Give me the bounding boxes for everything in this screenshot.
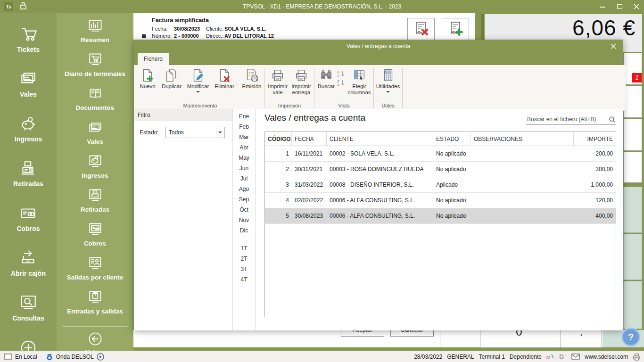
sidebar-item-vales[interactable]: Vales	[0, 66, 57, 110]
month-filter-item[interactable]: Feb	[233, 122, 255, 132]
table-row[interactable]: 2 30/11/2021 00003 - ROSA DOMINGUEZ RUED…	[265, 162, 616, 177]
cell-fecha: 31/03/2022	[292, 177, 327, 192]
sidebar-item-cobros[interactable]: Cobros	[0, 200, 57, 245]
subitem-resumen[interactable]: Resumen	[57, 16, 133, 50]
website-link[interactable]: www.sdelsol.com	[585, 354, 628, 360]
ribbon-separator	[314, 68, 314, 108]
modificar-button[interactable]: Modificar	[185, 66, 211, 94]
product-tile[interactable]	[623, 119, 642, 151]
imprimir-entrega-button[interactable]: Imprimir entrega	[289, 66, 313, 97]
sidebar-secondary: Resumen Diario de terminales Documentos …	[57, 13, 133, 351]
subitem-retiradas[interactable]: Retiradas	[57, 186, 133, 220]
month-filter-item[interactable]: Abr	[233, 142, 255, 153]
estado-dropdown[interactable]: Todos	[165, 127, 225, 138]
sidebar-divider	[62, 326, 128, 327]
subitem-documentos[interactable]: Documentos	[57, 84, 133, 118]
subitem-entradas-salidas[interactable]: Entradas y salidas	[57, 288, 133, 321]
keypad-tile[interactable]	[623, 187, 642, 233]
product-tile[interactable]	[623, 152, 642, 183]
d-logo-icon[interactable]: D	[559, 353, 567, 360]
help-button[interactable]: ?	[621, 328, 640, 346]
sort-za-icon[interactable]: ZA	[337, 79, 345, 86]
fax-icon[interactable]	[633, 353, 640, 361]
quarter-filter-item[interactable]: 3T	[233, 264, 255, 274]
dialog-close-icon[interactable]	[609, 41, 617, 50]
col-header-fecha[interactable]: FECHA	[292, 132, 327, 146]
table-row[interactable]: 3 31/03/2022 00008 - DISEÑO INTERIOR, S.…	[265, 177, 616, 193]
statusbar: En Local Onda DELSOL 28/03/2022 GENERAL …	[0, 351, 644, 362]
quarter-filter-item[interactable]: 1T	[233, 243, 255, 254]
imprimir-vale-button[interactable]: Imprimir vale	[266, 66, 289, 97]
file-search	[526, 115, 616, 125]
subitem-cobros[interactable]: Cobros	[57, 220, 133, 254]
cell-observaciones	[471, 162, 574, 177]
cell-importe: 200,00	[574, 146, 616, 161]
cell-importe: 120,00	[574, 193, 616, 208]
subitem-ingresos[interactable]: Ingresos	[57, 152, 133, 186]
onda-delsol-label[interactable]: Onda DELSOL	[56, 354, 94, 360]
col-header-estado[interactable]: ESTADO	[433, 132, 471, 146]
search-input[interactable]	[526, 115, 609, 123]
sidebar-item-consultas[interactable]: Consultas	[0, 289, 57, 334]
subitem-diario-terminales[interactable]: Diario de terminales	[57, 50, 133, 84]
alpha-logo-icon[interactable]: α	[546, 353, 554, 361]
cell-observaciones	[471, 208, 574, 223]
utilidades-button[interactable]: Utilidades	[375, 66, 401, 94]
delete-ticket-button[interactable]	[407, 18, 435, 41]
month-filter-item[interactable]: Jun	[233, 163, 255, 173]
keypad-tile[interactable]	[623, 234, 642, 280]
status-square-icon	[142, 34, 146, 38]
receipt-add-icon	[447, 20, 463, 39]
quarter-filter-item[interactable]: 4T	[233, 274, 255, 285]
table-body: 1 16/11/2021 00002 - SOLA VELA, S.L. No …	[265, 146, 616, 224]
sidebar-item-retiradas[interactable]: Retiradas	[0, 155, 57, 200]
card-monitor-icon	[87, 222, 104, 239]
keypad-tile[interactable]	[623, 281, 642, 329]
subitem-vales[interactable]: Vales	[57, 118, 133, 152]
voucher-icon	[87, 120, 104, 137]
titlebar: Ts TPVSOL - XD1 - EMPRESA DE DEMOSTRACIÓ…	[0, 0, 644, 13]
elegir-columnas-button[interactable]: Elegir columnas	[346, 66, 372, 97]
nuevo-button[interactable]: Nuevo	[137, 66, 158, 91]
month-filter-item[interactable]: Jul	[233, 173, 255, 184]
table-row[interactable]: 1 16/11/2021 00002 - SOLA VELA, S.L. No …	[265, 146, 616, 162]
col-header-observaciones[interactable]: OBSERVACIONES	[471, 132, 574, 146]
col-header-cliente[interactable]: CLIENTE	[327, 132, 433, 146]
tab-fichero[interactable]: Fichero	[138, 53, 169, 65]
sidebar-item-ingresos[interactable]: Ingresos	[0, 110, 57, 155]
month-filter-item[interactable]: Sep	[233, 194, 255, 205]
status-user: Dependiente	[510, 354, 542, 360]
month-filter-item[interactable]: Dic	[233, 225, 255, 236]
month-filter-item[interactable]: Ene	[233, 111, 255, 122]
col-header-codigo[interactable]: CÓDIGO	[265, 132, 292, 146]
table-row[interactable]: 5 30/08/2023 00006 - ALFA CONSULTING, S.…	[265, 208, 616, 224]
new-ticket-button[interactable]	[442, 18, 469, 41]
svg-text:D: D	[559, 353, 564, 360]
sort-az-icon[interactable]: AZ	[337, 70, 345, 77]
month-filter-item[interactable]: May	[233, 153, 255, 163]
month-filter-item[interactable]: Nov	[233, 215, 255, 225]
maximize-button[interactable]	[617, 4, 622, 9]
search-icon[interactable]	[609, 116, 616, 123]
duplicar-button[interactable]: Duplicar	[158, 66, 185, 91]
subitem-salidas-cliente[interactable]: Salidas por cliente	[57, 254, 133, 288]
play-icon[interactable]	[97, 353, 104, 361]
minimize-button[interactable]	[600, 4, 605, 9]
eliminar-button[interactable]: Eliminar	[211, 66, 238, 91]
table-row[interactable]: 4 02/02/2022 00006 - ALFA CONSULTING, S.…	[265, 193, 616, 208]
buscar-button[interactable]: Buscar	[315, 66, 337, 91]
emision-button[interactable]: Emisión	[240, 66, 264, 91]
month-filter-item[interactable]: Oct	[233, 205, 255, 215]
product-tile[interactable]	[623, 86, 642, 118]
month-filter-item[interactable]: Ago	[233, 184, 255, 194]
month-filter-item[interactable]: Mar	[233, 132, 255, 142]
cell-fecha: 16/11/2021	[292, 146, 327, 161]
mail-icon[interactable]	[571, 354, 580, 360]
sidebar-item-abrir-cajon[interactable]: Abrir cajón	[0, 245, 57, 289]
quarter-filter-item[interactable]: 2T	[233, 254, 255, 264]
binoculars-icon	[319, 68, 333, 83]
cell-codigo: 1	[265, 146, 292, 161]
sidebar-item-tickets[interactable]: Tickets	[0, 21, 57, 66]
col-header-importe[interactable]: IMPORTE	[574, 132, 616, 146]
close-button[interactable]	[634, 4, 639, 9]
